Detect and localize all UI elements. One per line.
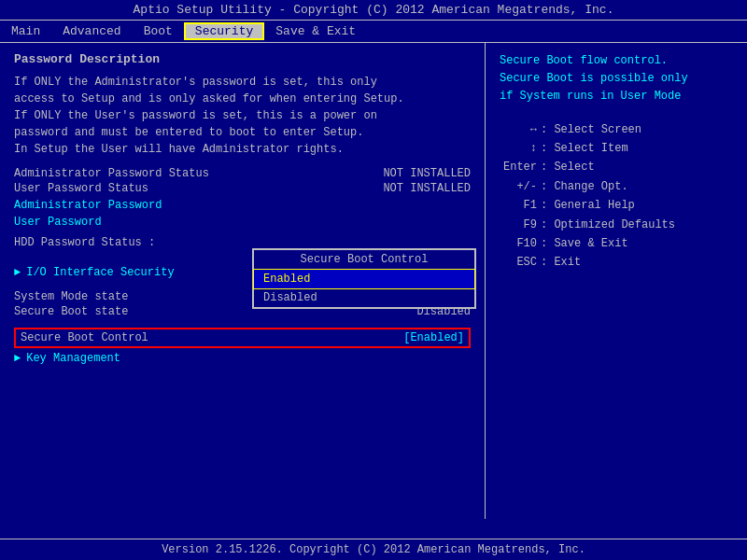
main-content: Password Description If ONLY the Adminis… [0,43,747,519]
menu-item-boot[interactable]: Boot [133,22,184,40]
status-text: Version 2.15.1226. Copyright (C) 2012 Am… [162,543,585,556]
admin-status-value: NOT INSTALLED [383,167,471,180]
key-label: ↕ [500,139,537,158]
secure-boot-state-label: Secure Boot state [14,305,128,318]
admin-password-link[interactable]: Administrator Password [14,199,471,212]
key-help-row: F1: General Help [500,196,733,215]
user-status-label: User Password Status [14,182,148,195]
user-password-link[interactable]: User Password [14,216,471,229]
title-text: Aptio Setup Utility - Copyright (C) 2012… [134,3,614,17]
secure-boot-control-label: Secure Boot Control [21,331,148,344]
io-arrow-icon: ► [14,266,21,279]
left-panel: Password Description If ONLY the Adminis… [0,43,486,519]
status-bar: Version 2.15.1226. Copyright (C) 2012 Am… [0,539,747,560]
hdd-label: HDD Password Status : [14,236,155,249]
right-panel: Secure Boot flow control.Secure Boot is … [486,43,747,519]
help-line: if System runs in User Mode [500,88,733,105]
key-arrow-icon: ► [14,352,21,365]
desc-line: In Setup the User will have Administrato… [14,141,471,158]
system-mode-label: System Mode state [14,290,128,303]
desc-line: If ONLY the User's password is set, this… [14,107,471,124]
key-help-row: ↔: Select Screen [500,120,733,139]
key-help-row: +/-: Change Opt. [500,177,733,196]
key-management-label: Key Management [26,352,120,365]
popup-option[interactable]: Disabled [254,288,474,307]
key-desc: : General Help [541,196,635,215]
user-status-row: User Password Status NOT INSTALLED [14,182,471,195]
password-section-title: Password Description [14,52,471,66]
popup-option[interactable]: Enabled [254,270,474,288]
secure-boot-control-row[interactable]: Secure Boot Control [Enabled] [14,328,471,348]
key-label: ↔ [500,120,537,139]
key-help: ↔: Select Screen↕: Select ItemEnter: Sel… [500,120,733,273]
title-bar: Aptio Setup Utility - Copyright (C) 2012… [0,0,747,21]
key-label: F9 [500,216,537,234]
key-management-nav[interactable]: ► Key Management [14,352,471,365]
desc-line: access to Setup and is only asked for wh… [14,91,471,107]
key-desc: : Save & Exit [541,234,628,253]
key-label: +/- [500,177,537,196]
admin-status-label: Administrator Password Status [14,167,209,180]
key-desc: : Optimized Defaults [541,216,675,234]
menu-bar: MainAdvancedBootSecuritySave & Exit [0,21,747,43]
hdd-row: HDD Password Status : [14,236,471,249]
key-help-row: F10: Save & Exit [500,234,733,253]
desc-line: If ONLY the Administrator's password is … [14,74,471,91]
menu-item-advanced[interactable]: Advanced [51,22,132,40]
key-desc: : Select [541,158,595,176]
user-status-value: NOT INSTALLED [383,182,471,195]
menu-item-main[interactable]: Main [0,22,51,40]
description-text: If ONLY the Administrator's password is … [14,74,471,158]
desc-line: password and must be entered to boot to … [14,124,471,141]
help-line: Secure Boot flow control. [500,52,733,70]
menu-item-save-exit[interactable]: Save & Exit [264,22,367,40]
io-security-label: I/O Interface Security [26,266,174,279]
key-label: F10 [500,234,537,253]
key-help-row: F9: Optimized Defaults [500,216,733,234]
key-desc: : Exit [541,253,581,272]
admin-status-row: Administrator Password Status NOT INSTAL… [14,167,471,180]
popup-options: EnabledDisabled [254,270,474,307]
secure-boot-popup: Secure Boot Control EnabledDisabled [252,248,476,309]
key-desc: : Select Screen [541,120,641,139]
key-desc: : Change Opt. [541,177,628,196]
secure-boot-control-value: [Enabled] [403,331,464,344]
menu-item-security[interactable]: Security [184,22,264,40]
key-help-row: ESC: Exit [500,253,733,272]
help-text: Secure Boot flow control.Secure Boot is … [500,52,733,106]
key-label: F1 [500,196,537,215]
key-help-row: ↕: Select Item [500,139,733,158]
help-line: Secure Boot is possible only [500,70,733,88]
key-help-row: Enter: Select [500,158,733,176]
popup-title: Secure Boot Control [254,250,474,270]
key-desc: : Select Item [541,139,628,158]
key-label: ESC [500,253,537,272]
key-label: Enter [500,158,537,176]
